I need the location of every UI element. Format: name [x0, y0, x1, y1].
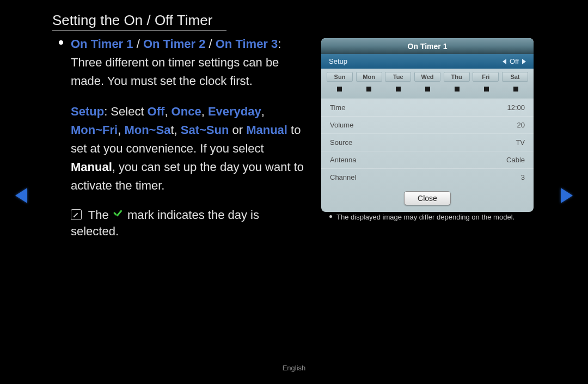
disclaimer-text: The displayed image may differ depending… [336, 213, 514, 221]
day-fri[interactable]: Fri [473, 72, 499, 82]
sep: / [133, 37, 143, 51]
paragraph-timers: On Timer 1 / On Timer 2 / On Timer 3: Th… [71, 35, 310, 90]
text: , [118, 123, 124, 137]
hl-monsat: Mon~Sa [124, 123, 170, 137]
bullet-icon [59, 40, 63, 45]
row-value: 20 [517, 121, 525, 129]
row-volume[interactable]: Volume 20 [321, 116, 534, 133]
square-icon [425, 87, 430, 92]
hl-satsun: Sat~Sun [181, 123, 229, 137]
row-source[interactable]: Source TV [321, 133, 534, 151]
square-icon [484, 87, 489, 92]
hl-manual: Manual [246, 123, 287, 137]
mark [415, 85, 440, 93]
paragraph-setup: Setup: Select Off, Once, Everyday, Mon~F… [71, 102, 310, 195]
hl-once: Once [171, 105, 201, 118]
body-text: On Timer 1 / On Timer 2 / On Timer 3: Th… [71, 35, 310, 240]
row-label: Volume [330, 121, 353, 129]
row-value: 3 [521, 173, 525, 181]
day-tue[interactable]: Tue [385, 72, 411, 82]
square-icon [337, 87, 342, 92]
square-icon [396, 87, 401, 92]
bold-manual: Manual [71, 160, 112, 174]
sep: / [205, 37, 215, 51]
disclaimer: The displayed image may differ depending… [329, 212, 536, 222]
day-thu[interactable]: Thu [444, 72, 470, 82]
mark [503, 85, 528, 93]
setup-row[interactable]: Setup Off [321, 54, 534, 69]
bullet-icon [329, 215, 332, 218]
chevron-left-icon[interactable] [503, 59, 506, 64]
note-pre: The [88, 208, 112, 222]
text: , [174, 123, 181, 137]
row-value: TV [516, 138, 525, 147]
row-channel[interactable]: Channel 3 [321, 168, 534, 186]
text: : Select [104, 105, 147, 118]
panel-title: On Timer 1 [321, 38, 534, 54]
square-icon [513, 87, 518, 92]
mark [385, 85, 411, 93]
hl-everyday: Everyday [208, 105, 261, 118]
marks-row [321, 83, 534, 99]
close-button[interactable]: Close [404, 191, 451, 205]
square-icon [366, 87, 371, 92]
chevron-right-icon[interactable] [522, 59, 526, 64]
nav-next-icon[interactable] [561, 188, 573, 203]
row-label: Time [330, 103, 345, 112]
mark [444, 85, 469, 93]
title-underline [52, 31, 226, 31]
mark [327, 85, 352, 93]
on-timer-panel: On Timer 1 Setup Off Sun Mon Tue Wed Thu… [321, 38, 534, 212]
language-label: English [0, 364, 588, 372]
day-sun[interactable]: Sun [327, 72, 353, 82]
hl-on-timer-3: On Timer 3 [216, 37, 278, 51]
text: , [164, 105, 171, 118]
mark [356, 85, 381, 93]
row-label: Antenna [330, 156, 356, 164]
square-icon [455, 87, 460, 92]
check-icon [112, 211, 124, 220]
setup-label: Setup [329, 57, 347, 65]
hl-on-timer-2: On Timer 2 [143, 37, 206, 51]
hl-monfri: Mon~Fri [71, 123, 118, 137]
row-value: 12:00 [507, 103, 525, 112]
row-time[interactable]: Time 12:00 [321, 99, 534, 116]
text: or [229, 123, 246, 137]
close-row: Close [321, 186, 534, 212]
setup-value-group[interactable]: Off [503, 57, 526, 65]
days-row: Sun Mon Tue Wed Thu Fri Sat [321, 69, 534, 83]
day-sat[interactable]: Sat [502, 72, 528, 82]
hl-setup: Setup [71, 105, 104, 118]
note-line: The mark indicates the day is selected. [71, 207, 310, 240]
text: , [261, 105, 265, 118]
setup-value: Off [510, 57, 519, 65]
row-label: Channel [330, 173, 356, 181]
mark [474, 85, 499, 93]
page-title: Setting the On / Off Timer [52, 12, 212, 31]
row-antenna[interactable]: Antenna Cable [321, 151, 534, 168]
hl-on-timer-1: On Timer 1 [71, 37, 133, 51]
nav-prev-icon[interactable] [15, 188, 27, 203]
hl-off: Off [148, 105, 165, 118]
text: , [201, 105, 208, 118]
row-value: Cable [506, 156, 525, 164]
day-wed[interactable]: Wed [414, 72, 440, 82]
row-label: Source [330, 138, 352, 147]
day-mon[interactable]: Mon [356, 72, 382, 82]
note-icon [71, 209, 82, 220]
